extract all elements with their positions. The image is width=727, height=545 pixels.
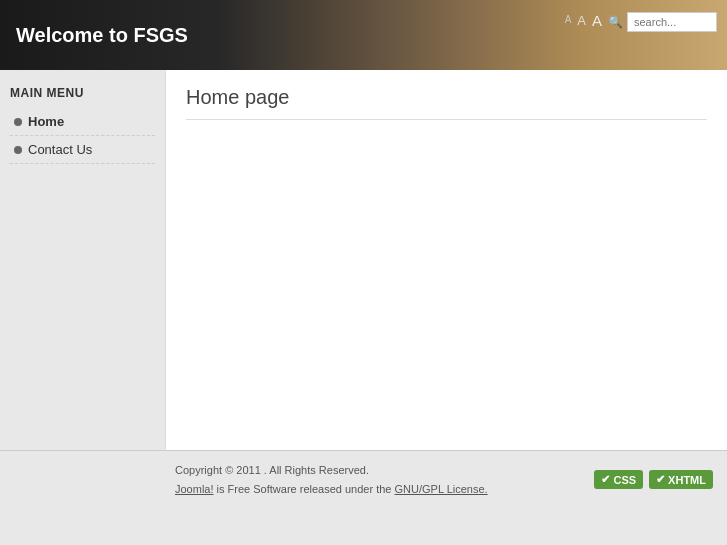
search-icon: 🔍 <box>608 15 623 29</box>
joomla-license-line: Joomla! is Free Software released under … <box>175 480 488 499</box>
sidebar: MAIN MENU Home Contact Us <box>0 70 165 450</box>
footer-left: Copyright © 2011 . All Rights Reserved. … <box>0 461 488 498</box>
xhtml-check-icon: ✔ <box>656 473 665 486</box>
bullet-icon <box>14 146 22 154</box>
footer-right: ✔ CSS ✔ XHTML <box>594 470 727 489</box>
search-area: 🔍 <box>608 12 717 32</box>
css-badge: ✔ CSS <box>594 470 643 489</box>
joomla-text: is Free Software released under the <box>214 483 395 495</box>
sidebar-item-label: Contact Us <box>28 142 92 157</box>
copyright-text: Copyright © 2011 . All Rights Reserved. <box>175 461 488 480</box>
main-content: Home page <box>165 70 727 450</box>
xhtml-badge-label: XHTML <box>668 474 706 486</box>
sidebar-menu-title: MAIN MENU <box>10 86 155 100</box>
font-smaller-button[interactable]: A <box>565 15 572 25</box>
page-title: Home page <box>186 86 707 120</box>
sidebar-item-home[interactable]: Home <box>10 108 155 136</box>
xhtml-badge: ✔ XHTML <box>649 470 713 489</box>
sidebar-item-label: Home <box>28 114 64 129</box>
footer: Copyright © 2011 . All Rights Reserved. … <box>0 450 727 508</box>
font-larger-button[interactable]: A <box>592 13 602 28</box>
search-input[interactable] <box>627 12 717 32</box>
css-check-icon: ✔ <box>601 473 610 486</box>
header: Welcome to FSGS A A A 🔍 <box>0 0 727 70</box>
license-link[interactable]: GNU/GPL License. <box>395 483 488 495</box>
sidebar-item-contact-us[interactable]: Contact Us <box>10 136 155 164</box>
font-default-button[interactable]: A <box>577 14 586 27</box>
bullet-icon <box>14 118 22 126</box>
css-badge-label: CSS <box>613 474 636 486</box>
header-toolbar: A A A 🔍 <box>565 8 717 32</box>
page-wrapper: MAIN MENU Home Contact Us Home page <box>0 70 727 450</box>
joomla-link[interactable]: Joomla! <box>175 483 214 495</box>
